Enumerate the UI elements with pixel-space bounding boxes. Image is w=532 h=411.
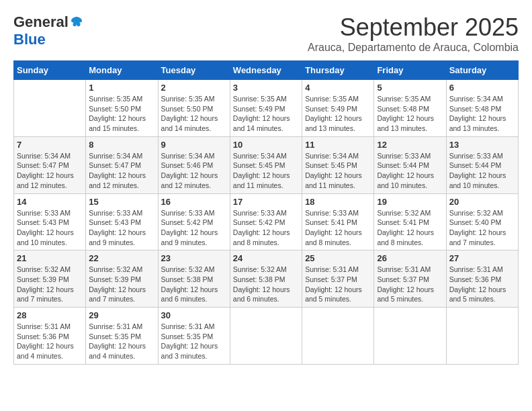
calendar-cell: 27Sunrise: 5:31 AM Sunset: 5:36 PM Dayli… [446,250,518,308]
day-number: 20 [449,197,515,207]
day-number: 22 [89,253,154,263]
cell-sun-info: Sunrise: 5:33 AM Sunset: 5:41 PM Dayligh… [305,208,371,248]
calendar-week-row: 7Sunrise: 5:34 AM Sunset: 5:47 PM Daylig… [14,136,519,193]
calendar-cell: 28Sunrise: 5:31 AM Sunset: 5:36 PM Dayli… [14,308,86,365]
title-section: September 2025 Arauca, Departamento de A… [308,13,519,54]
calendar-table: SundayMondayTuesdayWednesdayThursdayFrid… [13,60,519,365]
day-number: 13 [449,140,515,150]
calendar-cell: 5Sunrise: 5:35 AM Sunset: 5:48 PM Daylig… [374,80,446,137]
cell-sun-info: Sunrise: 5:34 AM Sunset: 5:46 PM Dayligh… [161,151,227,191]
calendar-cell [230,308,302,365]
calendar-week-row: 14Sunrise: 5:33 AM Sunset: 5:43 PM Dayli… [14,193,519,250]
cell-sun-info: Sunrise: 5:31 AM Sunset: 5:37 PM Dayligh… [377,265,443,304]
calendar-cell: 4Sunrise: 5:35 AM Sunset: 5:49 PM Daylig… [302,80,374,137]
calendar-cell: 18Sunrise: 5:33 AM Sunset: 5:41 PM Dayli… [302,193,374,250]
calendar-week-row: 1Sunrise: 5:35 AM Sunset: 5:50 PM Daylig… [14,80,519,137]
day-number: 17 [233,197,299,207]
calendar-cell: 19Sunrise: 5:32 AM Sunset: 5:41 PM Dayli… [374,193,446,250]
day-number: 28 [17,310,83,320]
calendar-cell: 6Sunrise: 5:34 AM Sunset: 5:48 PM Daylig… [446,80,518,137]
cell-sun-info: Sunrise: 5:35 AM Sunset: 5:49 PM Dayligh… [305,94,371,134]
calendar-cell: 23Sunrise: 5:32 AM Sunset: 5:38 PM Dayli… [158,250,230,308]
weekday-header-thursday: Thursday [302,61,374,80]
cell-sun-info: Sunrise: 5:33 AM Sunset: 5:42 PM Dayligh… [161,208,227,248]
cell-sun-info: Sunrise: 5:33 AM Sunset: 5:44 PM Dayligh… [377,151,443,191]
calendar-cell: 26Sunrise: 5:31 AM Sunset: 5:37 PM Dayli… [374,250,446,308]
weekday-header-saturday: Saturday [446,61,518,80]
cell-sun-info: Sunrise: 5:33 AM Sunset: 5:42 PM Dayligh… [233,208,299,248]
cell-sun-info: Sunrise: 5:34 AM Sunset: 5:48 PM Dayligh… [449,94,515,134]
calendar-cell: 16Sunrise: 5:33 AM Sunset: 5:42 PM Dayli… [158,193,230,250]
logo-bird-icon [70,15,83,29]
day-number: 2 [161,83,227,93]
calendar-cell: 30Sunrise: 5:31 AM Sunset: 5:35 PM Dayli… [158,308,230,365]
calendar-cell [374,308,446,365]
day-number: 21 [17,253,83,263]
cell-sun-info: Sunrise: 5:32 AM Sunset: 5:39 PM Dayligh… [17,265,83,304]
day-number: 16 [161,197,227,207]
weekday-header-wednesday: Wednesday [230,61,302,80]
calendar-cell [302,308,374,365]
calendar-cell: 22Sunrise: 5:32 AM Sunset: 5:39 PM Dayli… [86,250,158,308]
day-number: 5 [377,83,443,93]
cell-sun-info: Sunrise: 5:31 AM Sunset: 5:36 PM Dayligh… [449,265,515,304]
logo-general: General [13,13,69,31]
calendar-cell: 21Sunrise: 5:32 AM Sunset: 5:39 PM Dayli… [14,250,86,308]
calendar-cell: 17Sunrise: 5:33 AM Sunset: 5:42 PM Dayli… [230,193,302,250]
calendar-cell: 10Sunrise: 5:34 AM Sunset: 5:45 PM Dayli… [230,136,302,193]
day-number: 7 [17,140,83,150]
calendar-cell: 3Sunrise: 5:35 AM Sunset: 5:49 PM Daylig… [230,80,302,137]
calendar-cell: 8Sunrise: 5:34 AM Sunset: 5:47 PM Daylig… [86,136,158,193]
day-number: 14 [17,197,83,207]
calendar-cell: 1Sunrise: 5:35 AM Sunset: 5:50 PM Daylig… [86,80,158,137]
day-number: 10 [233,140,299,150]
page-header: General Blue September 2025 Arauca, Depa… [13,13,519,54]
calendar-cell: 2Sunrise: 5:35 AM Sunset: 5:50 PM Daylig… [158,80,230,137]
calendar-cell: 14Sunrise: 5:33 AM Sunset: 5:43 PM Dayli… [14,193,86,250]
calendar-cell [446,308,518,365]
cell-sun-info: Sunrise: 5:31 AM Sunset: 5:37 PM Dayligh… [305,265,371,304]
logo-blue: Blue [13,31,46,48]
day-number: 15 [89,197,154,207]
calendar-cell: 15Sunrise: 5:33 AM Sunset: 5:43 PM Dayli… [86,193,158,250]
calendar-cell: 7Sunrise: 5:34 AM Sunset: 5:47 PM Daylig… [14,136,86,193]
day-number: 19 [377,197,443,207]
day-number: 11 [305,140,371,150]
calendar-cell: 24Sunrise: 5:32 AM Sunset: 5:38 PM Dayli… [230,250,302,308]
cell-sun-info: Sunrise: 5:35 AM Sunset: 5:48 PM Dayligh… [377,94,443,134]
day-number: 6 [449,83,515,93]
cell-sun-info: Sunrise: 5:34 AM Sunset: 5:47 PM Dayligh… [17,151,83,191]
calendar-cell: 20Sunrise: 5:32 AM Sunset: 5:40 PM Dayli… [446,193,518,250]
day-number: 1 [89,83,154,93]
cell-sun-info: Sunrise: 5:31 AM Sunset: 5:35 PM Dayligh… [89,322,154,361]
day-number: 29 [89,310,154,320]
calendar-cell: 11Sunrise: 5:34 AM Sunset: 5:45 PM Dayli… [302,136,374,193]
cell-sun-info: Sunrise: 5:34 AM Sunset: 5:47 PM Dayligh… [89,151,154,191]
calendar-header-row: SundayMondayTuesdayWednesdayThursdayFrid… [14,61,519,80]
day-number: 30 [161,310,227,320]
calendar-cell: 29Sunrise: 5:31 AM Sunset: 5:35 PM Dayli… [86,308,158,365]
calendar-cell: 25Sunrise: 5:31 AM Sunset: 5:37 PM Dayli… [302,250,374,308]
day-number: 26 [377,253,443,263]
month-title: September 2025 [308,13,519,42]
day-number: 3 [233,83,299,93]
day-number: 27 [449,253,515,263]
cell-sun-info: Sunrise: 5:33 AM Sunset: 5:44 PM Dayligh… [449,151,515,191]
cell-sun-info: Sunrise: 5:32 AM Sunset: 5:39 PM Dayligh… [89,265,154,304]
day-number: 25 [305,253,371,263]
cell-sun-info: Sunrise: 5:31 AM Sunset: 5:36 PM Dayligh… [17,322,83,361]
day-number: 23 [161,253,227,263]
cell-sun-info: Sunrise: 5:31 AM Sunset: 5:35 PM Dayligh… [161,322,227,361]
day-number: 9 [161,140,227,150]
cell-sun-info: Sunrise: 5:32 AM Sunset: 5:40 PM Dayligh… [449,208,515,248]
calendar-cell [14,80,86,137]
cell-sun-info: Sunrise: 5:33 AM Sunset: 5:43 PM Dayligh… [17,208,83,248]
cell-sun-info: Sunrise: 5:35 AM Sunset: 5:49 PM Dayligh… [233,94,299,134]
calendar-cell: 13Sunrise: 5:33 AM Sunset: 5:44 PM Dayli… [446,136,518,193]
cell-sun-info: Sunrise: 5:35 AM Sunset: 5:50 PM Dayligh… [89,94,154,134]
day-number: 8 [89,140,154,150]
day-number: 4 [305,83,371,93]
calendar-cell: 9Sunrise: 5:34 AM Sunset: 5:46 PM Daylig… [158,136,230,193]
cell-sun-info: Sunrise: 5:35 AM Sunset: 5:50 PM Dayligh… [161,94,227,134]
weekday-header-monday: Monday [86,61,158,80]
